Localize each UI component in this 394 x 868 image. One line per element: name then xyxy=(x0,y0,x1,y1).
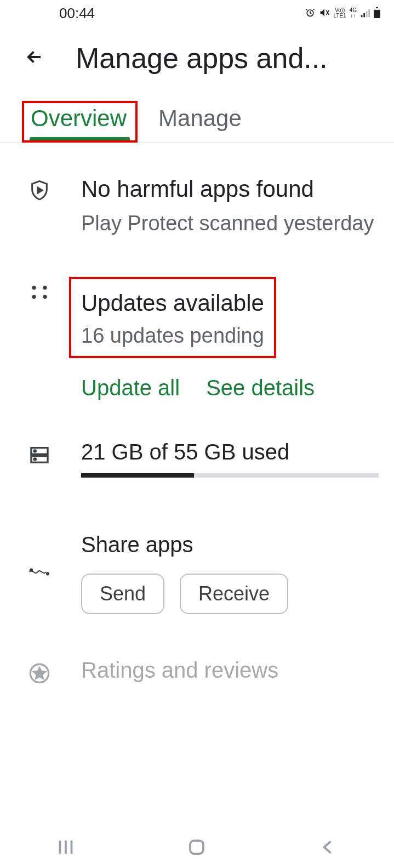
protect-title: No harmful apps found xyxy=(81,175,379,204)
svg-point-16 xyxy=(34,450,36,451)
svg-point-12 xyxy=(32,294,36,298)
share-icon xyxy=(28,532,55,614)
tab-manage-label: Manage xyxy=(158,105,242,131)
share-section: Share apps Send Receive xyxy=(28,478,379,614)
status-time: 00:44 xyxy=(59,5,95,22)
home-button[interactable] xyxy=(187,837,207,859)
alarm-icon xyxy=(305,5,316,22)
app-header: Manage apps and... xyxy=(0,26,394,80)
updates-title: Updates available xyxy=(81,289,264,318)
signal-icon xyxy=(360,5,370,22)
back-button[interactable] xyxy=(24,47,45,70)
status-bar: 00:44 Vo)) LTE1 4G ↓↑ xyxy=(0,0,394,26)
storage-icon xyxy=(28,440,55,478)
system-navbar xyxy=(0,829,394,868)
updates-subtitle: 16 updates pending xyxy=(81,322,264,350)
send-button[interactable]: Send xyxy=(81,574,164,614)
svg-rect-4 xyxy=(363,13,365,17)
shield-play-icon xyxy=(28,175,55,237)
tab-overview[interactable]: Overview xyxy=(22,101,138,143)
updates-icon xyxy=(28,277,55,400)
tabs: Overview Manage xyxy=(0,101,394,143)
data-arrows-icon: ↓↑ xyxy=(350,13,356,19)
tab-overview-label: Overview xyxy=(31,105,127,131)
svg-point-17 xyxy=(34,458,36,459)
svg-rect-8 xyxy=(374,10,380,18)
status-right: Vo)) LTE1 4G ↓↑ xyxy=(305,5,381,22)
svg-rect-3 xyxy=(361,15,363,17)
recents-button[interactable] xyxy=(56,837,76,859)
svg-rect-5 xyxy=(366,11,368,17)
lte-label: LTE1 xyxy=(333,13,346,19)
storage-text: 21 GB of 55 GB used xyxy=(81,440,379,464)
battery-icon xyxy=(373,5,381,22)
page-title: Manage apps and... xyxy=(76,42,328,75)
receive-button[interactable]: Receive xyxy=(180,574,288,614)
play-protect-section[interactable]: No harmful apps found Play Protect scann… xyxy=(28,143,379,237)
svg-point-18 xyxy=(30,569,32,571)
svg-rect-24 xyxy=(190,841,203,854)
ratings-section[interactable]: Ratings and reviews xyxy=(28,614,379,687)
share-title: Share apps xyxy=(81,532,379,557)
svg-point-10 xyxy=(32,286,36,290)
update-all-button[interactable]: Update all xyxy=(81,376,180,400)
protect-subtitle: Play Protect scanned yesterday xyxy=(81,209,379,237)
see-details-button[interactable]: See details xyxy=(206,376,315,400)
svg-point-19 xyxy=(47,572,49,575)
back-nav-button[interactable] xyxy=(318,837,338,859)
storage-progress-fill xyxy=(81,473,194,478)
storage-section[interactable]: 21 GB of 55 GB used xyxy=(28,400,379,478)
updates-section: Updates available 16 updates pending Upd… xyxy=(28,237,379,400)
tab-manage[interactable]: Manage xyxy=(150,101,253,143)
star-icon xyxy=(28,658,55,687)
svg-point-11 xyxy=(43,286,47,290)
svg-point-13 xyxy=(43,294,47,298)
mute-icon xyxy=(319,5,330,22)
storage-progress xyxy=(81,473,379,478)
svg-rect-6 xyxy=(368,9,370,16)
updates-highlight: Updates available 16 updates pending xyxy=(69,277,276,358)
svg-rect-9 xyxy=(376,7,378,8)
ratings-title: Ratings and reviews xyxy=(81,658,379,683)
